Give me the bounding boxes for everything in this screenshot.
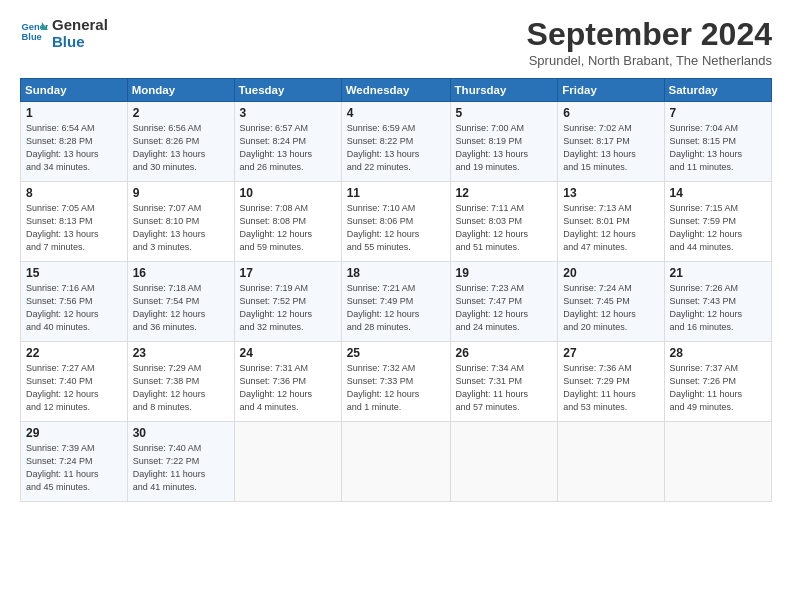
svg-text:Blue: Blue <box>22 32 42 42</box>
day-info: Sunrise: 7:18 AM Sunset: 7:54 PM Dayligh… <box>133 282 229 334</box>
table-row: 3Sunrise: 6:57 AM Sunset: 8:24 PM Daylig… <box>234 102 341 182</box>
table-row: 22Sunrise: 7:27 AM Sunset: 7:40 PM Dayli… <box>21 342 128 422</box>
day-info: Sunrise: 7:32 AM Sunset: 7:33 PM Dayligh… <box>347 362 445 414</box>
table-row <box>558 422 664 502</box>
table-row: 6Sunrise: 7:02 AM Sunset: 8:17 PM Daylig… <box>558 102 664 182</box>
day-info: Sunrise: 7:29 AM Sunset: 7:38 PM Dayligh… <box>133 362 229 414</box>
day-info: Sunrise: 7:04 AM Sunset: 8:15 PM Dayligh… <box>670 122 767 174</box>
day-number: 24 <box>240 346 336 360</box>
day-info: Sunrise: 7:19 AM Sunset: 7:52 PM Dayligh… <box>240 282 336 334</box>
table-row: 29Sunrise: 7:39 AM Sunset: 7:24 PM Dayli… <box>21 422 128 502</box>
day-number: 15 <box>26 266 122 280</box>
day-info: Sunrise: 7:15 AM Sunset: 7:59 PM Dayligh… <box>670 202 767 254</box>
table-row: 4Sunrise: 6:59 AM Sunset: 8:22 PM Daylig… <box>341 102 450 182</box>
day-number: 28 <box>670 346 767 360</box>
day-number: 22 <box>26 346 122 360</box>
day-number: 18 <box>347 266 445 280</box>
day-info: Sunrise: 7:31 AM Sunset: 7:36 PM Dayligh… <box>240 362 336 414</box>
day-number: 27 <box>563 346 658 360</box>
table-row <box>341 422 450 502</box>
day-info: Sunrise: 7:10 AM Sunset: 8:06 PM Dayligh… <box>347 202 445 254</box>
table-row: 26Sunrise: 7:34 AM Sunset: 7:31 PM Dayli… <box>450 342 558 422</box>
calendar: Sunday Monday Tuesday Wednesday Thursday… <box>20 78 772 502</box>
day-number: 13 <box>563 186 658 200</box>
col-friday: Friday <box>558 79 664 102</box>
logo: General Blue General Blue <box>20 16 108 51</box>
table-row: 1Sunrise: 6:54 AM Sunset: 8:28 PM Daylig… <box>21 102 128 182</box>
day-info: Sunrise: 6:56 AM Sunset: 8:26 PM Dayligh… <box>133 122 229 174</box>
table-row: 10Sunrise: 7:08 AM Sunset: 8:08 PM Dayli… <box>234 182 341 262</box>
day-number: 20 <box>563 266 658 280</box>
day-number: 11 <box>347 186 445 200</box>
table-row: 5Sunrise: 7:00 AM Sunset: 8:19 PM Daylig… <box>450 102 558 182</box>
day-number: 21 <box>670 266 767 280</box>
day-info: Sunrise: 7:16 AM Sunset: 7:56 PM Dayligh… <box>26 282 122 334</box>
day-number: 23 <box>133 346 229 360</box>
title-block: September 2024 Sprundel, North Brabant, … <box>527 16 772 68</box>
calendar-week-row: 1Sunrise: 6:54 AM Sunset: 8:28 PM Daylig… <box>21 102 772 182</box>
table-row: 27Sunrise: 7:36 AM Sunset: 7:29 PM Dayli… <box>558 342 664 422</box>
day-info: Sunrise: 7:05 AM Sunset: 8:13 PM Dayligh… <box>26 202 122 254</box>
calendar-week-row: 15Sunrise: 7:16 AM Sunset: 7:56 PM Dayli… <box>21 262 772 342</box>
table-row <box>664 422 772 502</box>
day-number: 30 <box>133 426 229 440</box>
table-row: 9Sunrise: 7:07 AM Sunset: 8:10 PM Daylig… <box>127 182 234 262</box>
day-info: Sunrise: 7:34 AM Sunset: 7:31 PM Dayligh… <box>456 362 553 414</box>
col-sunday: Sunday <box>21 79 128 102</box>
table-row: 30Sunrise: 7:40 AM Sunset: 7:22 PM Dayli… <box>127 422 234 502</box>
day-info: Sunrise: 7:08 AM Sunset: 8:08 PM Dayligh… <box>240 202 336 254</box>
table-row: 12Sunrise: 7:11 AM Sunset: 8:03 PM Dayli… <box>450 182 558 262</box>
col-wednesday: Wednesday <box>341 79 450 102</box>
table-row: 21Sunrise: 7:26 AM Sunset: 7:43 PM Dayli… <box>664 262 772 342</box>
page: General Blue General Blue September 2024… <box>0 0 792 612</box>
day-info: Sunrise: 7:37 AM Sunset: 7:26 PM Dayligh… <box>670 362 767 414</box>
table-row: 23Sunrise: 7:29 AM Sunset: 7:38 PM Dayli… <box>127 342 234 422</box>
day-info: Sunrise: 7:02 AM Sunset: 8:17 PM Dayligh… <box>563 122 658 174</box>
table-row: 20Sunrise: 7:24 AM Sunset: 7:45 PM Dayli… <box>558 262 664 342</box>
table-row: 24Sunrise: 7:31 AM Sunset: 7:36 PM Dayli… <box>234 342 341 422</box>
day-number: 16 <box>133 266 229 280</box>
day-info: Sunrise: 7:26 AM Sunset: 7:43 PM Dayligh… <box>670 282 767 334</box>
table-row: 2Sunrise: 6:56 AM Sunset: 8:26 PM Daylig… <box>127 102 234 182</box>
table-row: 16Sunrise: 7:18 AM Sunset: 7:54 PM Dayli… <box>127 262 234 342</box>
day-info: Sunrise: 7:13 AM Sunset: 8:01 PM Dayligh… <box>563 202 658 254</box>
day-number: 12 <box>456 186 553 200</box>
day-info: Sunrise: 6:57 AM Sunset: 8:24 PM Dayligh… <box>240 122 336 174</box>
logo-icon: General Blue <box>20 19 48 47</box>
day-number: 8 <box>26 186 122 200</box>
day-number: 6 <box>563 106 658 120</box>
day-info: Sunrise: 7:00 AM Sunset: 8:19 PM Dayligh… <box>456 122 553 174</box>
calendar-header-row: Sunday Monday Tuesday Wednesday Thursday… <box>21 79 772 102</box>
day-number: 25 <box>347 346 445 360</box>
day-number: 2 <box>133 106 229 120</box>
day-number: 10 <box>240 186 336 200</box>
day-number: 4 <box>347 106 445 120</box>
day-number: 5 <box>456 106 553 120</box>
day-number: 9 <box>133 186 229 200</box>
table-row: 17Sunrise: 7:19 AM Sunset: 7:52 PM Dayli… <box>234 262 341 342</box>
table-row: 11Sunrise: 7:10 AM Sunset: 8:06 PM Dayli… <box>341 182 450 262</box>
table-row <box>450 422 558 502</box>
header: General Blue General Blue September 2024… <box>20 16 772 68</box>
day-number: 29 <box>26 426 122 440</box>
calendar-week-row: 22Sunrise: 7:27 AM Sunset: 7:40 PM Dayli… <box>21 342 772 422</box>
day-info: Sunrise: 7:39 AM Sunset: 7:24 PM Dayligh… <box>26 442 122 494</box>
day-info: Sunrise: 7:23 AM Sunset: 7:47 PM Dayligh… <box>456 282 553 334</box>
table-row: 28Sunrise: 7:37 AM Sunset: 7:26 PM Dayli… <box>664 342 772 422</box>
logo-blue: Blue <box>52 33 108 50</box>
table-row: 19Sunrise: 7:23 AM Sunset: 7:47 PM Dayli… <box>450 262 558 342</box>
logo-general: General <box>52 16 108 33</box>
day-info: Sunrise: 7:07 AM Sunset: 8:10 PM Dayligh… <box>133 202 229 254</box>
day-info: Sunrise: 7:27 AM Sunset: 7:40 PM Dayligh… <box>26 362 122 414</box>
table-row: 8Sunrise: 7:05 AM Sunset: 8:13 PM Daylig… <box>21 182 128 262</box>
table-row: 25Sunrise: 7:32 AM Sunset: 7:33 PM Dayli… <box>341 342 450 422</box>
day-info: Sunrise: 7:40 AM Sunset: 7:22 PM Dayligh… <box>133 442 229 494</box>
day-info: Sunrise: 7:11 AM Sunset: 8:03 PM Dayligh… <box>456 202 553 254</box>
calendar-week-row: 8Sunrise: 7:05 AM Sunset: 8:13 PM Daylig… <box>21 182 772 262</box>
day-info: Sunrise: 7:36 AM Sunset: 7:29 PM Dayligh… <box>563 362 658 414</box>
day-info: Sunrise: 6:59 AM Sunset: 8:22 PM Dayligh… <box>347 122 445 174</box>
col-monday: Monday <box>127 79 234 102</box>
day-info: Sunrise: 7:21 AM Sunset: 7:49 PM Dayligh… <box>347 282 445 334</box>
table-row: 18Sunrise: 7:21 AM Sunset: 7:49 PM Dayli… <box>341 262 450 342</box>
day-number: 14 <box>670 186 767 200</box>
